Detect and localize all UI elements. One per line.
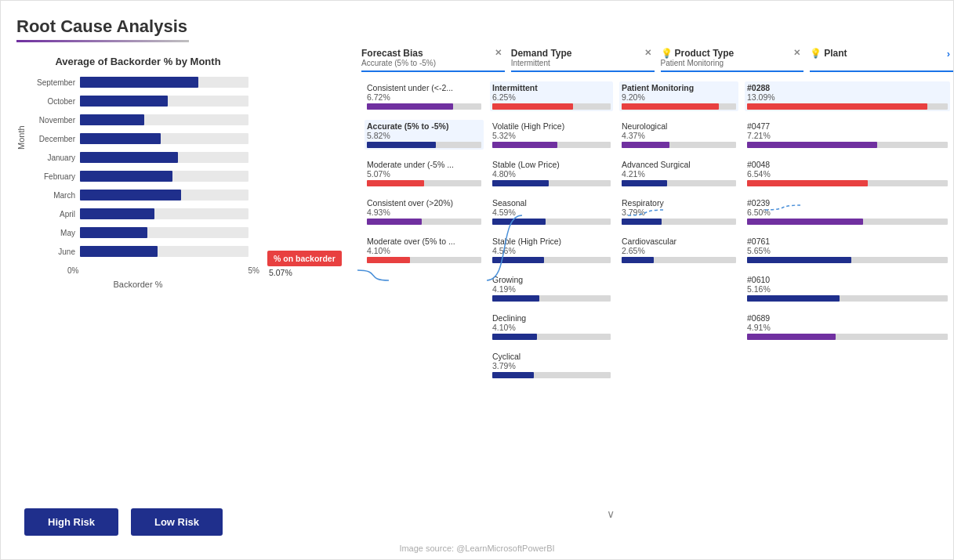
bar-track [80,227,248,238]
tree-item-label: Consistent over (>20%) [367,198,481,208]
down-arrow[interactable]: ∨ [607,508,615,520]
tree-bar-bg [492,295,611,302]
list-item[interactable]: #02396.50% [745,197,950,226]
filter-demand-type-close[interactable]: ✕ [644,48,651,58]
bar-label: September [29,78,80,87]
tree-bar-fill [492,103,573,110]
x-tick-0: 0% [67,266,78,275]
tree-item-pct: 13.09% [747,92,948,102]
bar-row: February [29,169,248,183]
filter-product-type-title: 💡 Product Type ✕ [661,48,804,59]
bar-track [80,133,248,144]
tree-bar-fill [747,103,927,110]
filter-forecast-bias-title: Forecast Bias ✕ [361,48,505,59]
tree-item-label: Accurate (5% to -5%) [367,121,481,131]
list-item[interactable]: #07615.65% [745,235,950,265]
tree-bar-bg [747,103,948,110]
list-item[interactable]: Patient Monitoring9.20% [619,81,738,111]
tree-item-pct: 7.21% [747,131,948,140]
filter-plant-chevron[interactable]: › [947,48,950,60]
filter-plant: 💡 Plant › [810,48,953,72]
tree-bar-bg [492,334,611,340]
bar-label: October [29,97,80,106]
list-item[interactable]: #06894.91% [745,312,950,341]
bar-track [80,96,248,107]
tree-item-label: #0048 [747,160,948,169]
tree-item-pct: 4.37% [622,131,736,140]
tree-bar-fill [367,103,453,110]
list-item[interactable]: Volatile (High Price)5.32% [490,120,613,150]
tree-bar-fill [622,257,654,263]
bar-row: May [29,226,248,240]
list-item[interactable]: Respiratory3.79% [619,197,738,226]
tree-bar-fill [492,219,546,225]
list-item[interactable]: Advanced Surgical4.21% [619,158,738,188]
x-axis-label: Backorder % [16,280,259,289]
filter-forecast-bias-close[interactable]: ✕ [495,48,502,58]
tree-item-label: Growing [492,275,611,284]
plant-col: #028813.09%#04777.21%#00486.54%#02396.50… [742,78,953,462]
funnel-area: Forecast Bias ✕ Accurate (5% to -5%) Dem… [267,48,953,528]
tree-bar-bg [622,257,736,263]
filter-product-type: 💡 Product Type ✕ Patient Monitoring [661,48,804,72]
tree-bar-fill [492,372,534,378]
list-item[interactable]: #00486.54% [745,158,950,188]
tree-bar-fill [747,180,868,186]
list-item[interactable]: Declining4.10% [490,312,613,341]
tree-bar-fill [747,257,851,263]
list-item[interactable]: Cyclical3.79% [490,350,613,380]
plant-items: #028813.09%#04777.21%#00486.54%#02396.50… [745,78,950,348]
tree-bar-bg [492,257,611,263]
list-item[interactable]: Cardiovascular2.65% [619,235,738,265]
list-item[interactable]: Stable (High Price)4.56% [490,235,613,265]
filter-forecast-bias: Forecast Bias ✕ Accurate (5% to -5%) [361,48,505,72]
tree-bar-bg [492,142,611,148]
bar-row: March [29,188,248,202]
list-item[interactable]: Moderate under (-5% ...5.07% [365,158,484,188]
list-item[interactable]: Accurate (5% to -5%)5.82% [365,120,484,150]
tree-bar-bg [367,180,481,186]
footer: Image source: @LearnMicrosoftPowerBI [1,544,953,553]
tree-bar-fill [622,103,719,110]
bulb-icon-plant: 💡 [810,48,822,59]
page-title: Root Cause Analysis [16,16,938,37]
tree-bar-fill [622,180,667,186]
list-item[interactable]: Consistent under (<-2...6.72% [365,81,484,111]
tree-bar-fill [492,257,544,263]
list-item[interactable]: #028813.09% [745,81,950,111]
buttons-row: High Risk Low Risk [24,508,223,536]
tree-item-pct: 4.21% [622,169,736,179]
list-item[interactable]: #06105.16% [745,273,950,303]
list-item[interactable]: Stable (Low Price)4.80% [490,158,613,188]
list-item[interactable]: Intermittent6.25% [490,81,613,111]
bar-row: January [29,150,248,164]
tree-item-pct: 4.80% [492,169,611,179]
tree-item-pct: 5.07% [367,169,481,179]
bar-label: November [29,116,80,125]
tree-item-label: Stable (High Price) [492,237,611,246]
tree-item-pct: 2.65% [622,246,736,255]
bulb-icon-product: 💡 [661,48,673,59]
list-item[interactable]: Consistent over (>20%)4.93% [365,197,484,226]
tree-item-pct: 6.25% [492,92,611,102]
low-risk-button[interactable]: Low Risk [131,508,223,536]
filter-demand-type: Demand Type ✕ Intermittent [511,48,655,72]
tree-item-pct: 4.93% [367,208,481,217]
high-risk-button[interactable]: High Risk [24,508,118,536]
list-item[interactable]: #04777.21% [745,120,950,150]
list-item[interactable]: Growing4.19% [490,273,613,303]
bar-row: September [29,75,248,89]
tree-item-pct: 4.56% [492,246,611,255]
list-item[interactable]: Neurological4.37% [619,120,738,150]
tree-item-label: Cyclical [492,352,611,361]
tree-item-label: Consistent under (<-2... [367,83,481,92]
list-item[interactable]: Moderate over (5% to ...4.10% [365,235,484,265]
list-item[interactable]: Seasonal4.59% [490,197,613,226]
tree-bar-fill [747,295,840,302]
source-node-col: % on backorder 5.07% [267,78,361,462]
filter-product-type-close[interactable]: ✕ [793,48,800,58]
x-tick-1: 5% [248,266,259,275]
bar-row: December [29,132,248,146]
forecast-bias-col: Consistent under (<-2...6.72%Accurate (5… [361,78,487,462]
bar-track [80,246,248,257]
